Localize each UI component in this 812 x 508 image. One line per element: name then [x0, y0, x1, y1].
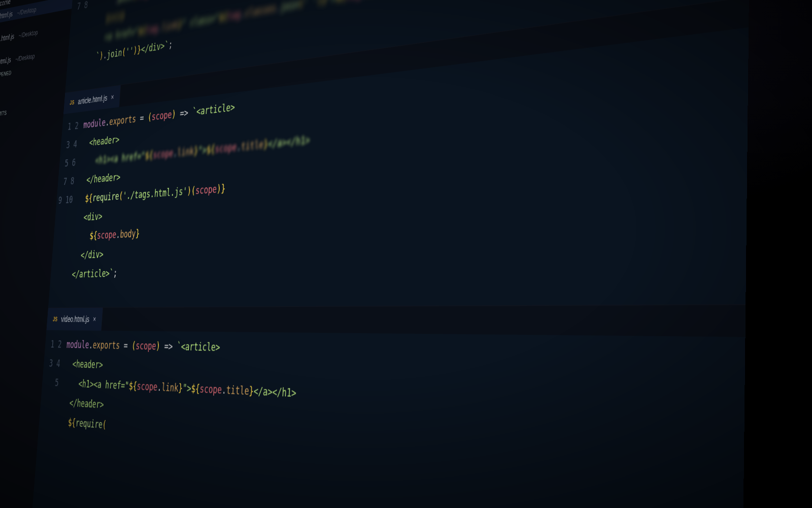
file-path: ~/Desktop	[15, 52, 35, 62]
js-file-icon: JS	[53, 316, 58, 322]
editor-area: ⧉WelcomeJStags.html.js×1 2 3 4 5 6 7 8 m…	[25, 0, 752, 508]
editor-window: EXPLORER OPEN EDITORS TOP⧉WelcomeJStags.…	[0, 0, 752, 508]
close-icon[interactable]: ×	[111, 92, 114, 102]
tab-label: video.html.js	[61, 314, 90, 324]
code-content[interactable]: module.exports = (scope) => `<article> <…	[59, 330, 745, 489]
editor-tab[interactable]: JSvideo.html.js×	[46, 308, 103, 331]
tab-label: article.html.js	[78, 93, 108, 106]
file-path: ~/Desktop	[17, 5, 37, 16]
js-file-icon: JS	[70, 99, 75, 106]
editor-pane: JSvideo.html.js×1 2 3 4 5 module.exports…	[38, 304, 746, 489]
file-path: ~/Desktop	[18, 28, 38, 39]
close-icon[interactable]: ×	[93, 314, 96, 324]
